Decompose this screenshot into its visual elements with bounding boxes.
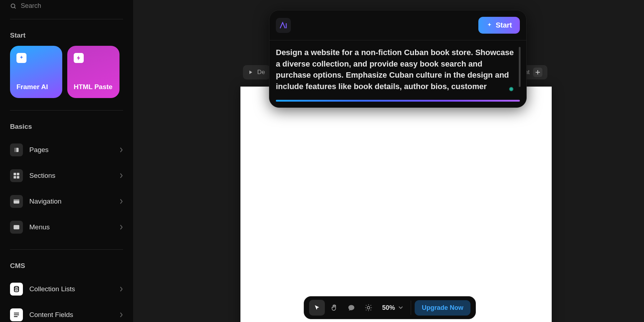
ai-prompt-body[interactable]: Design a website for a non-fiction Cuban… — [269, 40, 526, 97]
ai-start-label: Start — [496, 21, 512, 29]
svg-line-26 — [366, 310, 366, 310]
ai-start-button[interactable]: Start — [478, 17, 520, 34]
sidebar-item-label: Sections — [29, 172, 113, 180]
sidebar-item-label: Navigation — [29, 197, 113, 205]
svg-line-1 — [14, 7, 15, 8]
sidebar-item-menus[interactable]: Menus — [10, 214, 123, 240]
svg-line-23 — [366, 305, 366, 306]
scrollbar[interactable] — [519, 47, 521, 87]
chevron-right-icon — [120, 199, 123, 204]
sidebar-item-collection-lists[interactable]: Collection Lists — [10, 276, 123, 302]
search-input[interactable] — [21, 2, 123, 10]
ai-logo-icon — [276, 18, 291, 33]
svg-point-11 — [14, 287, 19, 288]
svg-line-24 — [371, 310, 371, 310]
play-icon — [248, 69, 254, 75]
cursor-tool[interactable] — [309, 300, 325, 316]
menus-icon — [10, 221, 23, 234]
brightness-tool[interactable] — [361, 300, 376, 316]
sidebar-item-label: Collection Lists — [29, 285, 113, 293]
start-heading: Start — [10, 31, 123, 39]
svg-rect-7 — [17, 176, 19, 179]
svg-line-25 — [371, 305, 371, 306]
cms-list: Collection Lists Content Fields — [10, 276, 123, 322]
content-fields-icon — [10, 308, 23, 321]
start-tiles: Framer AI HTML Paste — [10, 46, 123, 111]
breakpoint-pill-left[interactable]: De — [243, 65, 270, 79]
ai-prompt-text[interactable]: Design a website for a non-fiction Cuban… — [276, 47, 518, 93]
upgrade-button[interactable]: Upgrade Now — [415, 300, 470, 316]
svg-rect-10 — [14, 225, 19, 229]
search-row[interactable] — [10, 0, 123, 19]
cms-heading: CMS — [10, 262, 123, 270]
search-icon — [10, 3, 16, 9]
sparkle-icon — [486, 22, 493, 29]
sidebar-item-content-fields[interactable]: Content Fields — [10, 302, 123, 322]
comment-tool[interactable] — [343, 300, 359, 316]
collection-lists-icon — [10, 283, 23, 296]
hand-tool[interactable] — [326, 300, 342, 316]
html-paste-label: HTML Paste — [74, 83, 113, 91]
pages-icon — [10, 143, 23, 156]
pill-text: De — [257, 69, 265, 76]
basics-heading: Basics — [10, 123, 123, 131]
chevron-right-icon — [120, 173, 123, 178]
sidebar-item-sections[interactable]: Sections — [10, 163, 123, 189]
canvas-page[interactable] — [240, 87, 552, 322]
sidebar-item-label: Content Fields — [29, 311, 113, 319]
bolt-icon — [74, 53, 84, 63]
sidebar-item-label: Menus — [29, 223, 113, 231]
plus-icon — [533, 68, 542, 77]
sections-icon — [10, 169, 23, 182]
bottom-toolbar: 50% Upgrade Now — [304, 296, 476, 319]
sidebar-item-pages[interactable]: Pages — [10, 137, 123, 163]
svg-rect-3 — [14, 148, 16, 152]
navigation-icon — [10, 195, 23, 208]
divider — [411, 301, 411, 315]
chevron-right-icon — [120, 312, 123, 317]
zoom-control[interactable]: 50% — [378, 304, 407, 312]
status-dot-icon — [509, 87, 513, 91]
html-paste-tile[interactable]: HTML Paste — [67, 46, 119, 98]
zoom-value: 50% — [382, 304, 395, 312]
ai-progress-bar — [276, 100, 520, 102]
svg-rect-5 — [17, 173, 19, 175]
chevron-down-icon — [399, 306, 403, 309]
svg-rect-6 — [14, 176, 16, 179]
svg-point-18 — [367, 306, 370, 309]
chevron-right-icon — [120, 147, 123, 152]
chevron-right-icon — [120, 225, 123, 230]
chevron-right-icon — [120, 287, 123, 292]
svg-rect-4 — [14, 173, 16, 175]
sidebar-item-navigation[interactable]: Navigation — [10, 189, 123, 214]
svg-rect-9 — [14, 199, 19, 201]
framer-ai-label: Framer AI — [16, 83, 56, 91]
sidebar-item-label: Pages — [29, 146, 113, 154]
ai-sparkle-icon — [16, 53, 26, 63]
ai-panel-header: Start — [269, 10, 526, 40]
framer-ai-tile[interactable]: Framer AI — [10, 46, 62, 98]
ai-panel: Start Design a website for a non-fiction… — [269, 10, 527, 108]
svg-point-0 — [11, 4, 15, 8]
sidebar: Start Framer AI HTML Paste Basics Pages … — [0, 0, 133, 322]
basics-list: Pages Sections Navigation Menus — [10, 137, 123, 250]
